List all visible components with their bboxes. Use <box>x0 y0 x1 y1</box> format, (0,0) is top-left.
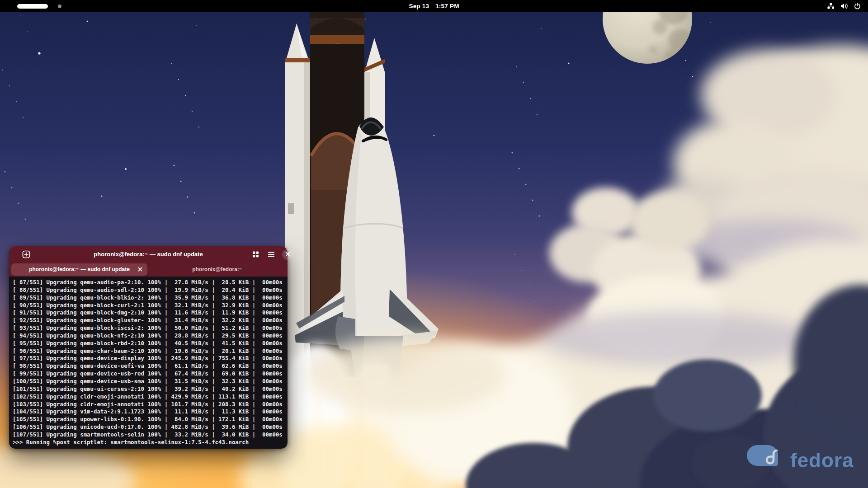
tab-overview-button[interactable] <box>252 251 259 258</box>
terminal-line: [ 89/551] Upgrading qemu-block-blkio-2: … <box>13 294 288 302</box>
tab-close-icon[interactable] <box>138 267 142 272</box>
tab-label: phoronix@fedora:~ <box>192 266 242 272</box>
terminal-line: [107/551] Upgrading smartmontools-selin … <box>13 431 288 439</box>
power-icon <box>854 3 861 9</box>
tab-home[interactable]: phoronix@fedora:~ <box>149 263 285 276</box>
terminal-line: [ 93/551] Upgrading qemu-block-iscsi-2: … <box>13 324 288 332</box>
close-window-button[interactable] <box>282 249 293 260</box>
terminal-line: [ 96/551] Upgrading qemu-char-baum-2:10 … <box>13 347 288 355</box>
terminal-window: phoronix@fedora:~ — sudo dnf update <box>9 246 288 449</box>
terminal-line: [ 87/551] Upgrading qemu-audio-pa-2:10. … <box>13 279 288 286</box>
tab-label: phoronix@fedora:~ — sudo dnf update <box>29 266 130 272</box>
terminal-line: [ 92/551] Upgrading qemu-block-gluster- … <box>13 317 288 324</box>
menu-button[interactable] <box>268 252 275 257</box>
terminal-line: [103/551] Upgrading cldr-emoji-annotati … <box>13 401 288 408</box>
terminal-line: [ 91/551] Upgrading qemu-block-dmg-2:10 … <box>13 309 288 317</box>
terminal-line: [ 97/551] Upgrading qemu-device-display … <box>13 355 288 362</box>
clock-button[interactable]: Sep 13 1:57 PM <box>0 0 868 12</box>
gnome-top-bar: Sep 13 1:57 PM <box>0 0 868 12</box>
terminal-line: [104/551] Upgrading vim-data-2:9.1.1723 … <box>13 408 288 416</box>
tab-sudo-dnf-update[interactable]: phoronix@fedora:~ — sudo dnf update <box>11 263 147 276</box>
terminal-line: [106/551] Upgrading unicode-ucd-0:17.0. … <box>13 423 288 431</box>
terminal-line: >>> Running %post scriptlet: smartmontoo… <box>13 439 288 446</box>
desktop: fedora Sep 13 1:57 PM <box>0 0 868 488</box>
terminal-line: [100/551] Upgrading qemu-device-usb-sma … <box>13 378 288 385</box>
terminal-titlebar[interactable]: phoronix@fedora:~ — sudo dnf update <box>9 246 288 262</box>
window-title: phoronix@fedora:~ — sudo dnf update <box>94 251 203 258</box>
terminal-line: [ 99/551] Upgrading qemu-device-usb-red … <box>13 370 288 378</box>
terminal-line: [ 88/551] Upgrading qemu-audio-sdl-2:10 … <box>13 286 288 294</box>
terminal-line: [ 90/551] Upgrading qemu-block-curl-2:1 … <box>13 302 288 310</box>
tab-bar: phoronix@fedora:~ — sudo dnf update phor… <box>9 262 288 277</box>
terminal-line: [101/551] Upgrading qemu-ui-curses-2:10 … <box>13 385 288 393</box>
new-tab-button[interactable] <box>22 250 31 259</box>
terminal-line: [105/551] Upgrading upower-libs-0:1.90. … <box>13 416 288 423</box>
terminal-line: [ 94/551] Upgrading qemu-block-nfs-2:10 … <box>13 332 288 340</box>
terminal-line: [ 98/551] Upgrading qemu-device-uefi-va … <box>13 362 288 370</box>
terminal-line: [ 95/551] Upgrading qemu-block-rbd-2:10 … <box>13 340 288 347</box>
system-status-area[interactable] <box>827 0 861 12</box>
fedora-wordmark: fedora <box>790 449 854 471</box>
terminal-output[interactable]: [ 87/551] Upgrading qemu-audio-pa-2:10. … <box>9 277 288 449</box>
date-label: Sep 13 <box>409 3 429 9</box>
terminal-line: [102/551] Upgrading cldr-emoji-annotati … <box>13 393 288 401</box>
volume-icon <box>840 3 848 9</box>
time-label: 1:57 PM <box>435 3 459 9</box>
network-wired-icon <box>827 3 835 9</box>
